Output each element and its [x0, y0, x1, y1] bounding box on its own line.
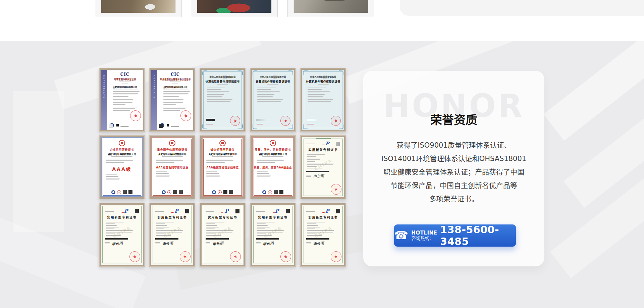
- top-right-panel: [400, 0, 644, 16]
- scroll-ornament: [115, 205, 129, 207]
- star-icon: ★: [132, 254, 137, 259]
- honor-description-line: 获得了ISO9001质量管理体系认证、: [372, 139, 536, 152]
- text-line: [163, 96, 179, 97]
- star-icon: ★: [233, 118, 237, 123]
- cert-title: 环境管理体系认证证书: [114, 78, 136, 81]
- certificate-thumbnail[interactable]: CNIPAP实用新型专利证书申长雨★: [99, 203, 145, 267]
- certificate-thumbnail[interactable]: CNIPAP实用新型专利证书申长雨★: [300, 135, 346, 199]
- scroll-ornament: [215, 205, 230, 207]
- honor-description-line: 节能环保产品，中国自主创新名优产品等: [372, 179, 536, 192]
- text-line: [113, 104, 125, 105]
- text-lines: [109, 89, 141, 98]
- barcode: [206, 119, 215, 121]
- certificate-thumbnail[interactable]: 企业信用等级证书合肥珂玛环保科技有限公司AAA级★: [99, 135, 145, 199]
- star-icon: ★: [283, 118, 288, 123]
- certificate-paper: 诚信经营示范单位合肥珂玛环保科技有限公司AAA级诚信经营示范单位★: [202, 137, 244, 197]
- certificate-paper: CNIPAP实用新型专利证书申长雨★: [202, 205, 244, 265]
- certificate-thumbnail[interactable]: CNIPAP实用新型专利证书申长雨★: [200, 203, 246, 267]
- certificate-thumbnail[interactable]: 中华人民共和国国家版权局计算机软件著作权登记证书★: [250, 68, 296, 132]
- certificate-thumbnail[interactable]: 重合同守信用等级证书合肥珂玛环保科技有限公司AAA级重合同守信用企业★: [149, 135, 195, 199]
- gallery-item[interactable]: [287, 0, 374, 17]
- barcode: [257, 119, 265, 121]
- corner-ornament: [288, 70, 293, 75]
- certificate-paper: 质量、服务、信誉等级证书合肥珂玛环保科技有限公司质量、服务、信誉AAA级企业★: [252, 137, 294, 197]
- text-line: [163, 93, 189, 94]
- commissioner-signature: 申长雨: [313, 240, 324, 246]
- gallery-item[interactable]: [191, 0, 278, 17]
- certificate-thumbnail[interactable]: CERTIFICATECIC职业健康安全管理体系认证证书合肥珂玛环保科技有限公司…: [149, 68, 195, 132]
- scroll-ornament: [165, 205, 180, 207]
- star-icon: ★: [334, 254, 338, 259]
- certificate-thumbnail[interactable]: CERTIFICATECIC环境管理体系认证证书合肥珂玛环保科技有限公司★: [99, 68, 145, 132]
- honor-description-line: ISO14001环境管理体系认证和OHSAS18001: [372, 152, 536, 165]
- company-name: 合肥珂玛环保科技有限公司: [163, 86, 187, 89]
- star-icon: ★: [183, 113, 188, 118]
- cic-logo: CIC: [171, 72, 180, 77]
- qr-code: [109, 124, 113, 128]
- certificate-paper: 中华人民共和国国家版权局计算机软件著作权登记证书★: [252, 70, 294, 130]
- corner-ornament: [238, 70, 243, 75]
- inner-border: [103, 139, 141, 196]
- scroll-ornament: [266, 205, 280, 207]
- text-line: [170, 82, 180, 82]
- hotline-label-zh: 咨询热线:: [411, 236, 437, 241]
- construction-photo-3: [293, 0, 368, 13]
- phone-icon: ☎: [394, 229, 408, 241]
- inner-border: [153, 139, 192, 196]
- certificate-thumbnail[interactable]: CNIPAP实用新型专利证书申长雨★: [250, 203, 296, 267]
- text-line: [113, 96, 128, 97]
- certificate-thumbnail[interactable]: CNIPAP实用新型专利证书申长雨★: [149, 203, 195, 267]
- certificate-paper: CNIPAP实用新型专利证书申长雨★: [252, 205, 294, 265]
- certificate-paper: CNIPAP实用新型专利证书申长雨★: [101, 205, 143, 265]
- text-line: [113, 108, 135, 109]
- certificate-paper: 企业信用等级证书合肥珂玛环保科技有限公司AAA级★: [101, 137, 143, 197]
- honor-card: HONOR 荣誉资质 获得了ISO9001质量管理体系认证、ISO14001环境…: [363, 71, 544, 266]
- commissioner-signature: 申长雨: [212, 240, 223, 246]
- stamp-logo: [166, 123, 170, 127]
- corner-ornament: [288, 124, 293, 129]
- commissioner-signature: 申长雨: [313, 173, 324, 179]
- certificate-number: [257, 124, 263, 124]
- barcode: [307, 119, 316, 121]
- section-title: 荣誉资质: [363, 110, 544, 127]
- corner-ornament: [303, 70, 308, 75]
- certificate-paper: 重合同守信用等级证书合肥珂玛环保科技有限公司AAA级重合同守信用企业★: [151, 137, 193, 197]
- certificate-paper: CERTIFICATECIC职业健康安全管理体系认证证书合肥珂玛环保科技有限公司…: [151, 70, 193, 130]
- cert-footer: [109, 123, 141, 129]
- cic-band-label: CERTIFICATE: [103, 75, 105, 99]
- company-name: 合肥珂玛环保科技有限公司: [113, 86, 137, 89]
- star-icon: ★: [334, 187, 338, 192]
- star-icon: ★: [333, 118, 338, 123]
- hotline-button[interactable]: ☎ HOTLINE 咨询热线: 138-5600-3485: [394, 224, 516, 247]
- certificate-thumbnail[interactable]: 中华人民共和国国家版权局计算机软件著作权登记证书★: [300, 68, 346, 132]
- text-line: [172, 84, 178, 84]
- text-line: [113, 91, 140, 92]
- inner-border: [203, 139, 242, 196]
- text-line: [122, 84, 128, 84]
- certificate-thumbnail[interactable]: CNIPAP实用新型专利证书申长雨★: [300, 203, 346, 267]
- certificate-paper: CNIPAP实用新型专利证书申长雨★: [302, 137, 344, 197]
- certificate-paper: 中华人民共和国国家版权局计算机软件著作权登记证书★: [202, 70, 244, 130]
- star-icon: ★: [283, 254, 288, 259]
- text-line: [163, 104, 176, 105]
- hotline-labels: HOTLINE 咨询热线:: [411, 230, 437, 241]
- corner-ornament: [253, 124, 257, 129]
- gallery-item[interactable]: [95, 0, 182, 17]
- text-line: [163, 91, 190, 92]
- commissioner-signature: 申长雨: [162, 240, 173, 246]
- corner-ornament: [253, 70, 257, 75]
- cic-certificate-band: CERTIFICATE: [151, 70, 157, 130]
- cic-certificate-band: CERTIFICATE: [101, 70, 107, 130]
- text-line: [113, 110, 130, 111]
- certificate-thumbnail[interactable]: 中华人民共和国国家版权局计算机软件著作权登记证书★: [200, 68, 246, 132]
- corner-ornament: [303, 124, 308, 129]
- cert-title: 职业健康安全管理体系认证证书: [160, 78, 191, 81]
- certificate-thumbnail[interactable]: 质量、服务、信誉等级证书合肥珂玛环保科技有限公司质量、服务、信誉AAA级企业★: [250, 135, 296, 199]
- construction-photo-2: [197, 0, 272, 13]
- certificate-thumbnail[interactable]: 诚信经营示范单位合肥珂玛环保科技有限公司AAA级诚信经营示范单位★: [200, 135, 246, 199]
- signature-line: [120, 124, 130, 127]
- inner-border: [254, 139, 292, 196]
- star-icon: ★: [233, 254, 237, 259]
- text-line: [113, 99, 133, 100]
- text-line: [163, 99, 183, 100]
